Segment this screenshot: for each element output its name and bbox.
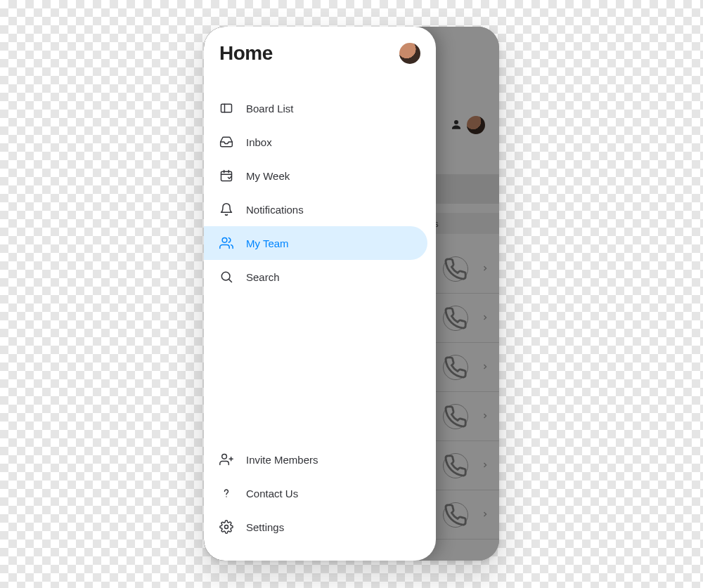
phone-icon	[443, 256, 468, 282]
chevron-right-icon	[481, 509, 489, 521]
svg-rect-1	[221, 104, 232, 112]
avatar[interactable]	[399, 43, 420, 64]
primary-nav: Board List Inbox My Week Notifications	[204, 72, 436, 294]
drawer-header: Home	[204, 42, 436, 72]
chevron-right-icon	[481, 361, 489, 374]
phone-icon	[443, 502, 468, 528]
nav-item-my-week[interactable]: My Week	[204, 159, 436, 192]
board-list-icon	[219, 101, 233, 115]
chevron-right-icon	[481, 263, 489, 275]
nav-label: Contact Us	[246, 488, 298, 499]
nav-label: Settings	[246, 521, 284, 533]
question-icon	[219, 486, 233, 500]
nav-label: My Team	[246, 237, 289, 249]
nav-item-settings[interactable]: Settings	[204, 510, 436, 544]
footer-nav: Invite Members Contact Us Settings	[204, 443, 436, 548]
mobile-device-frame: ests	[204, 27, 499, 561]
team-icon	[219, 236, 233, 250]
chevron-right-icon	[481, 312, 489, 325]
phone-icon	[443, 306, 468, 331]
chevron-right-icon	[481, 410, 489, 423]
navigation-drawer: Home Board List Inbox My Week	[204, 27, 436, 561]
nav-label: Board List	[246, 103, 294, 115]
nav-item-inbox[interactable]: Inbox	[204, 125, 436, 159]
nav-item-my-team[interactable]: My Team	[204, 226, 427, 260]
svg-point-8	[221, 272, 230, 280]
nav-label: Search	[246, 271, 280, 283]
nav-label: My Week	[246, 170, 290, 182]
nav-label: Notifications	[246, 204, 304, 216]
phone-icon	[443, 355, 468, 380]
inbox-icon	[219, 135, 233, 149]
svg-line-9	[229, 280, 232, 282]
svg-point-10	[222, 455, 227, 459]
person-icon	[450, 118, 463, 131]
flex-spacer	[204, 294, 436, 443]
svg-point-0	[454, 120, 458, 124]
nav-item-contact-us[interactable]: Contact Us	[204, 476, 436, 510]
nav-item-notifications[interactable]: Notifications	[204, 192, 436, 226]
calendar-icon	[219, 169, 233, 183]
nav-label: Invite Members	[246, 454, 318, 466]
phone-icon	[443, 453, 468, 478]
search-icon	[219, 270, 233, 284]
svg-rect-3	[221, 171, 232, 181]
phone-icon	[443, 404, 468, 429]
bell-icon	[219, 202, 233, 216]
nav-item-board-list[interactable]: Board List	[204, 91, 436, 125]
page-title: Home	[219, 42, 273, 65]
gear-icon	[219, 520, 233, 534]
nav-item-search[interactable]: Search	[204, 260, 436, 294]
svg-point-14	[225, 525, 228, 529]
chevron-right-icon	[481, 459, 489, 472]
nav-label: Inbox	[246, 136, 272, 148]
avatar	[465, 115, 486, 136]
invite-icon	[219, 452, 233, 466]
nav-item-invite-members[interactable]: Invite Members	[204, 443, 436, 476]
svg-point-7	[222, 238, 227, 243]
